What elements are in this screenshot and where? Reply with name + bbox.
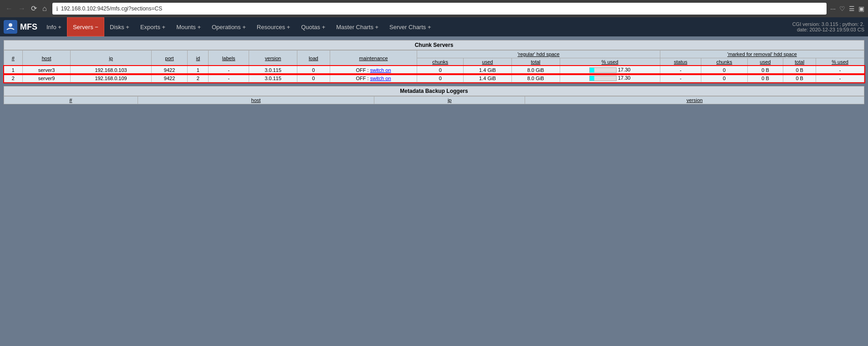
cell-removal-pct: - [816,66,864,74]
cell-removal-used: 0 B [747,74,783,82]
switch-on-link[interactable]: switch on [370,76,391,81]
nav-item-server-charts[interactable]: Server Charts + [384,17,436,36]
col-removal-chunks: chunks [701,58,748,66]
window-icon[interactable]: ▣ [858,5,864,12]
address-bar[interactable]: ℹ [52,3,827,15]
nav-buttons: ← → ⟳ ⌂ [4,4,49,13]
chunk-servers-section: Chunk Servers # host ip port id labels v… [4,40,864,82]
more-icon[interactable]: ··· [830,5,836,12]
bookmark-icon[interactable]: ♡ [839,5,845,12]
cell-port: 9422 [151,74,188,82]
app-logo: MFS [4,20,37,34]
reload-button[interactable]: ⟳ [29,4,39,13]
nav-item-mounts[interactable]: Mounts + [171,17,206,36]
cell-regular-total: 8.0 GiB [511,66,560,74]
cell-removal-used: 0 B [747,66,783,74]
col-maintenance[interactable]: maintenance [330,51,417,66]
meta-col-host[interactable]: host [138,97,374,104]
cell-num: 1 [4,66,23,74]
browser-chrome: ← → ⟳ ⌂ ℹ ··· ♡ ☰ ▣ [0,0,868,17]
col-regular-chunks: chunks [417,58,464,66]
address-bar-icon: ℹ [56,5,58,12]
app-navbar: MFS Info + Servers − Disks + Exports + M… [0,17,868,36]
cell-load: 0 [297,74,330,82]
col-labels[interactable]: labels [209,51,249,66]
metadata-backup-table: # host ip version [4,96,864,104]
cell-version: 3.0.115 [249,74,297,82]
svg-point-0 [9,23,12,27]
meta-col-hash: # [4,97,138,104]
switch-on-link[interactable]: switch on [370,67,391,73]
col-load[interactable]: load [297,51,330,66]
col-regular-hdd-header: 'regular' hdd space [417,51,660,58]
cell-removal-chunks: 0 [701,74,748,82]
table-row: 1 server3 192.168.0.103 9422 1 - 3.0.115… [4,66,864,74]
cell-regular-chunks: 0 [417,74,464,82]
cell-port: 9422 [151,66,188,74]
mfs-logo-svg [5,21,16,32]
home-button[interactable]: ⌂ [41,4,49,13]
meta-col-version[interactable]: version [525,97,864,104]
nav-item-servers[interactable]: Servers − [67,17,104,36]
nav-item-resources[interactable]: Resources + [251,17,296,36]
col-removal-pct: % used [816,58,864,66]
col-regular-total: total [511,58,560,66]
nav-item-info[interactable]: Info + [41,17,67,36]
cell-id: 1 [188,66,209,74]
main-content: Chunk Servers # host ip port id labels v… [0,36,868,108]
forward-button[interactable]: → [16,4,27,13]
nav-item-exports[interactable]: Exports + [135,17,171,36]
progress-bar [589,67,617,73]
col-removal-used: used [747,58,783,66]
col-ip[interactable]: ip [71,51,151,66]
cell-id: 2 [188,74,209,82]
col-id[interactable]: id [188,51,209,66]
col-regular-used: used [464,58,512,66]
address-bar-input[interactable] [61,5,823,12]
nav-item-disks[interactable]: Disks + [104,17,135,36]
cell-removal-chunks: 0 [701,66,748,74]
logo-icon [4,20,17,34]
table-row: 2 server9 192.168.0.109 9422 2 - 3.0.115… [4,74,864,82]
cell-labels: - [209,66,249,74]
sidebar-icon[interactable]: ☰ [849,5,855,12]
chunk-servers-table: # host ip port id labels version load ma… [4,50,864,82]
nav-item-master-charts[interactable]: Master Charts + [331,17,384,36]
cell-regular-chunks: 0 [417,66,464,74]
logo-text: MFS [20,22,37,32]
cell-regular-used: 1.4 GiB [464,74,512,82]
cell-ip: 192.168.0.103 [71,66,151,74]
cell-version: 3.0.115 [249,66,297,74]
chunk-servers-title: Chunk Servers [4,40,864,50]
cell-labels: - [209,74,249,82]
back-button[interactable]: ← [4,4,15,13]
metadata-backup-title: Metadata Backup Loggers [4,86,864,96]
col-marked-hdd-header: 'marked for removal' hdd space [660,51,864,58]
cell-maintenance: OFF : switch on [330,66,417,74]
col-host[interactable]: host [22,51,71,66]
nav-version: CGI version: 3.0.115 ; python: 2. date: … [792,21,864,32]
cell-load: 0 [297,66,330,74]
nav-item-quotas[interactable]: Quotas + [296,17,331,36]
cell-removal-total: 0 B [783,74,816,82]
progress-bar-fill [590,76,594,81]
browser-actions: ··· ♡ ☰ ▣ [830,5,864,12]
col-hash: # [4,51,23,66]
cell-host: server3 [22,66,71,74]
meta-col-ip[interactable]: ip [374,97,525,104]
cell-maintenance: OFF : switch on [330,74,417,82]
col-port[interactable]: port [151,51,188,66]
cell-host: server9 [22,74,71,82]
col-removal-status: status [660,58,701,66]
cell-ip: 192.168.0.109 [71,74,151,82]
col-version[interactable]: version [249,51,297,66]
nav-item-operations[interactable]: Operations + [206,17,251,36]
cell-removal-total: 0 B [783,66,816,74]
cell-removal-status: - [660,66,701,74]
cell-regular-total: 8.0 GiB [511,74,560,82]
col-regular-pct: % used [560,58,660,66]
cell-removal-pct: - [816,74,864,82]
cell-num: 2 [4,74,23,82]
cell-regular-pct: 17.30 [560,74,660,82]
progress-bar-fill [590,68,594,72]
